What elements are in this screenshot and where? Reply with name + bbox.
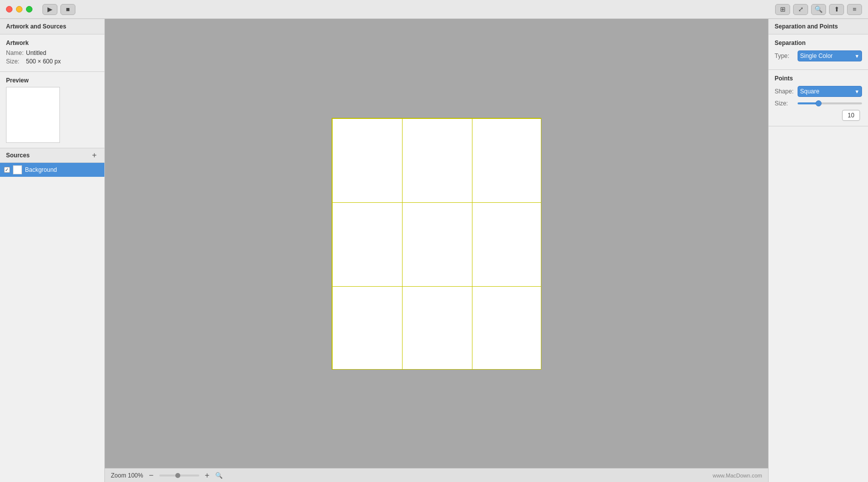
source-color-swatch-background	[13, 165, 22, 174]
artwork-size-label: Size:	[6, 58, 26, 65]
upload-icon-button[interactable]: ⬆	[829, 4, 844, 15]
zoom-out-button[interactable]: −	[146, 471, 156, 481]
zoom-slider[interactable]	[159, 475, 199, 477]
zoom-slider-thumb	[175, 473, 180, 478]
left-sidebar: Artwork and Sources Artwork Name: Untitl…	[0, 19, 105, 482]
points-section: Points Shape: Square ▼ Size: 10	[769, 70, 868, 126]
preview-title: Preview	[6, 77, 98, 84]
zoom-controls: Zoom 100% − + 🔍	[111, 471, 223, 481]
source-name-background: Background	[25, 166, 57, 173]
sidebar-title: Artwork and Sources	[0, 19, 104, 34]
search-icon-button[interactable]: 🔍	[811, 4, 826, 15]
source-checkbox-background[interactable]	[4, 167, 10, 173]
titlebar-controls: ▶ ■	[42, 4, 75, 15]
preview-section: Preview	[0, 72, 104, 148]
sources-title: Sources	[6, 152, 29, 159]
sources-section: Sources + Background	[0, 148, 104, 482]
main-layout: Artwork and Sources Artwork Name: Untitl…	[0, 19, 868, 482]
size-input-row: 10	[775, 110, 862, 121]
size-slider[interactable]	[798, 102, 862, 104]
size-input[interactable]: 10	[842, 110, 860, 121]
zoom-search-icon: 🔍	[215, 472, 223, 479]
watermark: www.MacDown.com	[713, 473, 762, 479]
canvas-area: Zoom 100% − + 🔍 www.MacDown.com	[105, 19, 768, 482]
shape-select-arrow: ▼	[855, 89, 860, 94]
panel-title: Separation and Points	[769, 19, 868, 34]
shape-select[interactable]: Square ▼	[798, 86, 862, 97]
preview-box	[6, 87, 60, 143]
separation-section-title: Separation	[775, 39, 862, 46]
artwork-size-row: Size: 500 × 600 px	[6, 58, 98, 65]
menu-icon-button[interactable]: ≡	[847, 4, 862, 15]
right-panel: Separation and Points Separation Type: S…	[768, 19, 868, 482]
add-source-button[interactable]: +	[90, 151, 98, 159]
shape-select-value: Square	[800, 88, 820, 95]
maximize-button[interactable]	[26, 6, 32, 12]
points-size-row: Size:	[775, 100, 862, 107]
separation-type-row: Type: Single Color ▼	[775, 50, 862, 61]
separation-section: Separation Type: Single Color ▼	[769, 34, 868, 70]
source-item-background[interactable]: Background	[0, 163, 104, 177]
artwork-name-value: Untitled	[26, 49, 46, 56]
artwork-name-label: Name:	[6, 49, 26, 56]
grid-icon-button[interactable]: ⊞	[775, 4, 790, 15]
traffic-lights	[6, 6, 32, 12]
size-label: Size:	[775, 100, 795, 107]
type-select-value: Single Color	[800, 52, 833, 59]
artwork-section: Artwork Name: Untitled Size: 500 × 600 p…	[0, 34, 104, 72]
type-select[interactable]: Single Color ▼	[798, 50, 862, 61]
sources-header: Sources +	[0, 148, 104, 163]
type-select-arrow: ▼	[855, 53, 860, 59]
size-slider-container	[798, 102, 862, 104]
canvas-statusbar: Zoom 100% − + 🔍 www.MacDown.com	[105, 468, 768, 482]
type-label: Type:	[775, 52, 795, 59]
size-slider-thumb	[816, 100, 822, 106]
artwork-name-row: Name: Untitled	[6, 49, 98, 56]
canvas-container[interactable]	[105, 19, 768, 468]
sources-list: Background	[0, 163, 104, 482]
close-button[interactable]	[6, 6, 12, 12]
play-button[interactable]: ▶	[42, 4, 57, 15]
shape-label: Shape:	[775, 88, 795, 95]
titlebar: ▶ ■ ⊞ ⤢ 🔍 ⬆ ≡	[0, 0, 868, 19]
zoom-label: Zoom 100%	[111, 472, 143, 479]
artboard	[332, 118, 541, 370]
crop-icon-button[interactable]: ⤢	[793, 4, 808, 15]
points-shape-row: Shape: Square ▼	[775, 86, 862, 97]
titlebar-right-controls: ⊞ ⤢ 🔍 ⬆ ≡	[775, 4, 862, 15]
stop-button[interactable]: ■	[60, 4, 75, 15]
points-section-title: Points	[775, 75, 862, 82]
zoom-in-button[interactable]: +	[202, 471, 212, 481]
minimize-button[interactable]	[16, 6, 22, 12]
artwork-size-value: 500 × 600 px	[26, 58, 61, 65]
artwork-section-title: Artwork	[6, 39, 98, 46]
